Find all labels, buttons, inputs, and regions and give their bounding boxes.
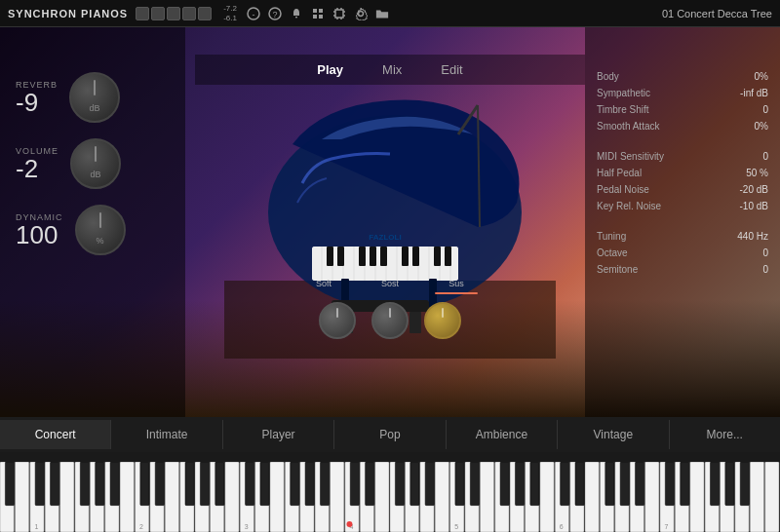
transport-btn-5[interactable] (198, 7, 212, 20)
chip-icon[interactable] (331, 5, 348, 22)
tab-edit[interactable]: Edit (433, 60, 470, 79)
white-key[interactable] (585, 462, 599, 532)
gear-icon[interactable] (352, 5, 370, 22)
black-key[interactable] (155, 462, 164, 506)
black-key[interactable] (291, 462, 299, 506)
soft-pedal-knob[interactable] (319, 302, 356, 339)
grid-icon[interactable] (309, 5, 327, 22)
black-key[interactable] (425, 462, 434, 506)
black-key[interactable] (110, 462, 119, 506)
white-key[interactable] (690, 462, 704, 532)
white-key[interactable] (15, 462, 28, 532)
key-rel-label: Key Rel. Noise (597, 201, 661, 211)
black-key[interactable] (5, 462, 14, 506)
sost-pedal-knob[interactable] (371, 302, 409, 339)
cat-tab-concert[interactable]: Concert (0, 420, 111, 449)
body-param: Body 0% (597, 70, 768, 83)
reverb-section: REVERB -9 dB (16, 72, 170, 123)
black-key[interactable] (470, 462, 479, 506)
black-key[interactable] (455, 462, 464, 506)
pedal-labels: Soft Sost Sus (302, 273, 478, 294)
transport-btn-4[interactable] (182, 7, 196, 20)
cat-tab-more[interactable]: More... (670, 420, 780, 449)
white-key[interactable] (225, 462, 239, 532)
transport-btn-2[interactable] (151, 7, 165, 20)
black-key[interactable] (185, 462, 194, 506)
black-key[interactable] (96, 462, 104, 506)
svg-rect-4 (313, 9, 317, 13)
top-icons: - ? (245, 5, 391, 22)
volume-section: VOLUME -2 dB (16, 138, 170, 189)
white-key[interactable] (480, 462, 493, 532)
transport-btn-1[interactable] (136, 7, 149, 20)
white-key[interactable] (765, 462, 779, 532)
black-key[interactable] (710, 462, 719, 506)
dynamic-unit: % (97, 236, 104, 246)
folder-icon[interactable] (373, 5, 391, 22)
transport-btn-3[interactable] (167, 7, 180, 20)
svg-rect-8 (335, 10, 343, 18)
svg-rect-38 (370, 247, 376, 266)
tab-mix[interactable]: Mix (374, 60, 410, 79)
black-key[interactable] (260, 462, 269, 506)
white-key[interactable] (750, 462, 763, 532)
black-key[interactable] (575, 462, 584, 506)
black-key[interactable] (395, 462, 404, 506)
sus-pedal-knob[interactable] (424, 302, 461, 339)
black-key[interactable] (681, 462, 689, 506)
black-key[interactable] (515, 462, 524, 506)
question-icon[interactable]: ? (266, 5, 284, 22)
white-key[interactable] (165, 462, 178, 532)
white-key[interactable] (645, 462, 659, 532)
black-key[interactable] (605, 462, 614, 506)
black-key[interactable] (410, 462, 419, 506)
pedal-section: Soft Sost Sus (302, 273, 478, 339)
black-key[interactable] (561, 462, 569, 506)
black-key[interactable] (725, 462, 734, 506)
black-key[interactable] (665, 462, 674, 506)
white-key[interactable] (375, 462, 389, 532)
svg-rect-6 (313, 15, 317, 19)
black-key[interactable] (320, 462, 329, 506)
black-key[interactable] (366, 462, 374, 506)
black-key[interactable] (636, 462, 644, 506)
bell-icon[interactable] (288, 5, 305, 22)
white-key[interactable] (60, 462, 74, 532)
black-key[interactable] (80, 462, 89, 506)
black-key[interactable] (51, 462, 59, 506)
reverb-knob[interactable]: dB (69, 72, 120, 123)
black-key[interactable] (200, 462, 209, 506)
arrow-icon[interactable]: - (245, 5, 262, 22)
white-key[interactable] (540, 462, 554, 532)
black-key[interactable] (305, 462, 314, 506)
half-pedal-param: Half Pedal 50 % (597, 167, 768, 179)
black-key[interactable] (740, 462, 749, 506)
white-key[interactable] (435, 462, 448, 532)
main-area: Play Mix Edit REVERB -9 dB VOLUME -2 dB (0, 27, 780, 417)
white-key[interactable] (270, 462, 284, 532)
cat-tab-pop[interactable]: Pop (334, 420, 446, 449)
white-key[interactable] (120, 462, 134, 532)
cat-tab-vintage[interactable]: Vintage (558, 420, 669, 449)
black-key[interactable] (350, 462, 359, 506)
black-key[interactable] (530, 462, 539, 506)
black-key[interactable] (35, 462, 44, 506)
tab-play[interactable]: Play (309, 60, 351, 79)
svg-rect-7 (319, 15, 323, 19)
cat-tab-ambience[interactable]: Ambience (447, 420, 558, 449)
cat-tab-intimate[interactable]: Intimate (111, 420, 222, 449)
svg-rect-43 (445, 247, 451, 266)
midi-sens-label: MIDI Sensitivity (597, 151, 664, 162)
white-key[interactable] (330, 462, 343, 532)
key-rel-param: Key Rel. Noise -10 dB (597, 200, 768, 212)
black-key[interactable] (246, 462, 254, 506)
soft-pedal-label: Soft (316, 279, 332, 288)
dynamic-knob[interactable]: % (75, 205, 126, 255)
black-key[interactable] (500, 462, 509, 506)
black-key[interactable] (620, 462, 629, 506)
black-key[interactable] (215, 462, 224, 506)
volume-knob[interactable]: dB (70, 138, 121, 189)
black-key[interactable] (140, 462, 149, 506)
svg-text:1: 1 (34, 523, 38, 530)
cat-tab-player[interactable]: Player (223, 420, 334, 449)
